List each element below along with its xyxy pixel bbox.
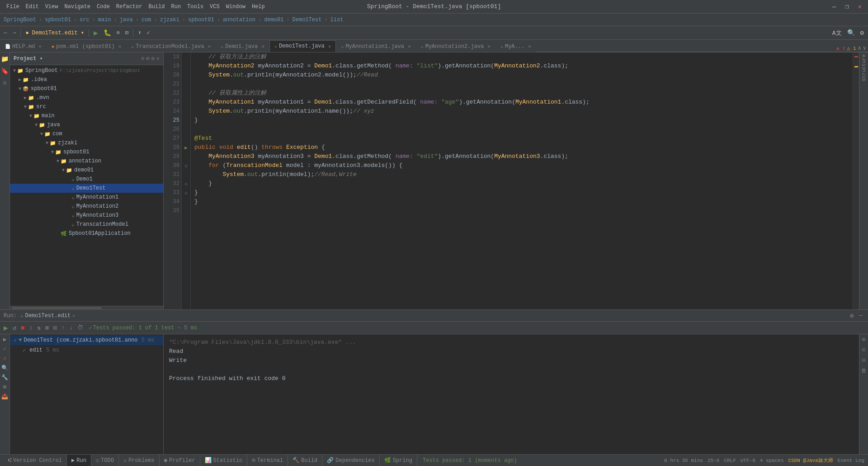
- run-panel-minimize[interactable]: —: [857, 311, 864, 320]
- tree-item-com[interactable]: ▼ 📁 com: [10, 129, 163, 138]
- menu-tools[interactable]: Tools: [184, 3, 206, 11]
- breadcrumb-spboot01[interactable]: spboot01: [45, 17, 71, 23]
- menu-edit[interactable]: Edit: [23, 3, 42, 11]
- tree-item-src[interactable]: ▼ 📁 src: [10, 102, 163, 111]
- status-encoding[interactable]: UTF-8: [741, 458, 755, 463]
- tree-item-mvn[interactable]: ▶ 📁 .mvn: [10, 93, 163, 102]
- structure-icon[interactable]: ≡: [2, 79, 7, 88]
- tree-item-spboot01-pkg[interactable]: ▼ 📁 spboot01: [10, 147, 163, 157]
- run-panel-settings[interactable]: ⚙: [848, 311, 855, 320]
- tree-item-myannotation1[interactable]: ☕ MyAnnotation1: [10, 193, 163, 202]
- search-everywhere-button[interactable]: 🔍: [845, 28, 857, 38]
- run-expand-btn[interactable]: ⊞: [43, 323, 51, 333]
- run-sidebar-icon4[interactable]: 🔍: [1, 365, 8, 371]
- tab-close-help[interactable]: ✕: [38, 43, 42, 49]
- run-clock-btn[interactable]: ⏱: [75, 323, 85, 332]
- tab-myannotation2[interactable]: ☕ MyAnnotation2.java ✕: [416, 40, 495, 52]
- tab-pom-xml[interactable]: ◆ pom.xml (spboot01) ✕: [47, 40, 126, 52]
- tab-myannotation-other[interactable]: ☕ MyA... ✕: [495, 40, 536, 52]
- run-sidebar-icon6[interactable]: ⊞: [3, 384, 6, 390]
- menu-view[interactable]: View: [42, 3, 61, 11]
- menu-file[interactable]: File: [4, 3, 22, 11]
- run-button[interactable]: ▶: [91, 28, 100, 38]
- menu-build[interactable]: Build: [146, 3, 167, 11]
- status-tab-dependencies[interactable]: 🔗 Dependencies: [322, 455, 379, 466]
- menu-help[interactable]: Help: [249, 3, 268, 11]
- tree-item-springboot[interactable]: ▼ 📁 SpringBoot F:\zjzakiProject\SpringBo…: [10, 66, 163, 75]
- status-tab-terminal[interactable]: ⊡ Terminal: [247, 455, 288, 466]
- menu-refactor[interactable]: Refactor: [113, 3, 145, 11]
- run-right-icon1[interactable]: ⊞: [862, 336, 865, 343]
- tab-help-md[interactable]: 📄 HELP.md ✕: [0, 40, 47, 52]
- status-event-log[interactable]: Event Log: [838, 458, 864, 463]
- breadcrumb-com[interactable]: com: [142, 17, 151, 23]
- status-tab-run[interactable]: ▶ Run: [67, 455, 91, 466]
- run-right-icon2[interactable]: ⊡: [862, 347, 865, 353]
- vcs-commit-button[interactable]: ✓: [144, 29, 152, 37]
- run-test-root[interactable]: ✓ ▼ Demo1Test (com.zjzaki.spboot01.anno …: [10, 335, 163, 345]
- tab-close-transcation[interactable]: ✕: [208, 43, 211, 49]
- tab-close-demo1test[interactable]: ✕: [328, 43, 331, 49]
- menu-code[interactable]: Code: [94, 3, 113, 11]
- status-crlf[interactable]: CRLF: [724, 458, 736, 463]
- run-tab-close[interactable]: ✕: [72, 313, 75, 319]
- run-sidebar-icon2[interactable]: ✓: [3, 346, 6, 352]
- tab-close-ann2[interactable]: ✕: [487, 43, 491, 49]
- run-sidebar-icon1[interactable]: ▶: [3, 336, 6, 343]
- status-position[interactable]: 25:6: [708, 458, 719, 463]
- tab-demo1test[interactable]: ☕ Demo1Test.java ✕: [269, 40, 336, 52]
- debug-button[interactable]: 🐛: [101, 28, 113, 38]
- run-sidebar-icon5[interactable]: 🔧: [1, 374, 8, 381]
- tree-item-demo1test[interactable]: ☕ Demo1Test: [10, 184, 163, 193]
- project-icon[interactable]: 📁: [0, 54, 9, 64]
- run-sidebar-icon3[interactable]: ✗: [3, 355, 6, 362]
- tree-item-idea[interactable]: ▶ 📁 .idea: [10, 75, 163, 84]
- breadcrumb-spboot01-2[interactable]: spboot01: [188, 17, 214, 23]
- breadcrumb-annotation[interactable]: annotation: [223, 17, 255, 23]
- tab-close-ann1[interactable]: ✕: [408, 43, 411, 49]
- tab-myannotation1[interactable]: ☕ MyAnnotation1.java ✕: [336, 40, 415, 52]
- tree-item-annotation[interactable]: ▼ 📁 annotation: [10, 157, 163, 166]
- breadcrumb-java[interactable]: java: [120, 17, 133, 23]
- status-tab-build[interactable]: 🔨 Build: [288, 455, 322, 466]
- status-tab-statistic[interactable]: 📊 Statistic: [200, 455, 248, 466]
- run-right-icon4[interactable]: 🗑: [861, 367, 867, 374]
- breadcrumb-src[interactable]: src: [80, 17, 90, 23]
- error-nav-down[interactable]: ∨: [863, 45, 866, 52]
- settings-panel-icon[interactable]: ⚙: [151, 55, 155, 62]
- menu-window[interactable]: Window: [223, 3, 248, 11]
- run-up-btn[interactable]: ↑: [60, 323, 67, 332]
- status-tab-problems[interactable]: ⚠ Problems: [119, 455, 160, 466]
- run-play-btn[interactable]: ▶: [2, 323, 10, 333]
- tree-item-transcationmodel[interactable]: ☕ TranscationModel: [10, 220, 163, 229]
- tree-item-spboot01[interactable]: ▼ 📦 spboot01: [10, 84, 163, 93]
- translate-button[interactable]: A文: [830, 28, 844, 38]
- run-stop-btn[interactable]: ■: [19, 323, 26, 333]
- menu-run[interactable]: Run: [168, 3, 184, 11]
- breadcrumb-list[interactable]: list: [330, 17, 344, 23]
- close-panel-icon[interactable]: ✕: [156, 55, 160, 62]
- run-collapse-btn[interactable]: ⊟: [52, 323, 59, 333]
- locate-icon[interactable]: ⊙: [141, 55, 144, 62]
- run-test-icon[interactable]: ▶: [184, 145, 188, 151]
- back-button[interactable]: ←: [2, 29, 9, 37]
- project-panel-scrollbar[interactable]: [10, 306, 163, 309]
- status-tab-profiler[interactable]: ◉ Profiler: [160, 455, 200, 466]
- tab-demo1[interactable]: ☕ Demo1.java ✕: [216, 40, 269, 52]
- tree-item-myannotation3[interactable]: ☕ MyAnnotation3: [10, 211, 163, 220]
- status-tab-version-control[interactable]: ⑆ Version Control: [4, 455, 67, 466]
- tree-item-zjzaki[interactable]: ▼ 📁 zjzaki: [10, 138, 163, 147]
- collapse-all-icon[interactable]: ⊟: [146, 55, 149, 62]
- tab-close-demo1[interactable]: ✕: [261, 43, 264, 49]
- structure-label[interactable]: Structure: [861, 54, 867, 81]
- error-nav-up[interactable]: ∧: [858, 45, 861, 52]
- run-sort-btn[interactable]: ↕: [27, 323, 34, 332]
- status-tab-spring[interactable]: 🌿 Spring: [380, 455, 417, 466]
- settings-button[interactable]: ⚙: [858, 28, 866, 38]
- run-panel-tab[interactable]: ☕ Demo1Test.edit ✕: [20, 313, 75, 319]
- run-down-btn[interactable]: ↓: [68, 323, 75, 332]
- status-tab-todo[interactable]: ☑ TODO: [91, 455, 119, 466]
- coverage-button[interactable]: ⊙: [114, 29, 122, 37]
- profile-button[interactable]: ⊡: [123, 29, 131, 37]
- tree-item-myannotation2[interactable]: ☕ MyAnnotation2: [10, 202, 163, 211]
